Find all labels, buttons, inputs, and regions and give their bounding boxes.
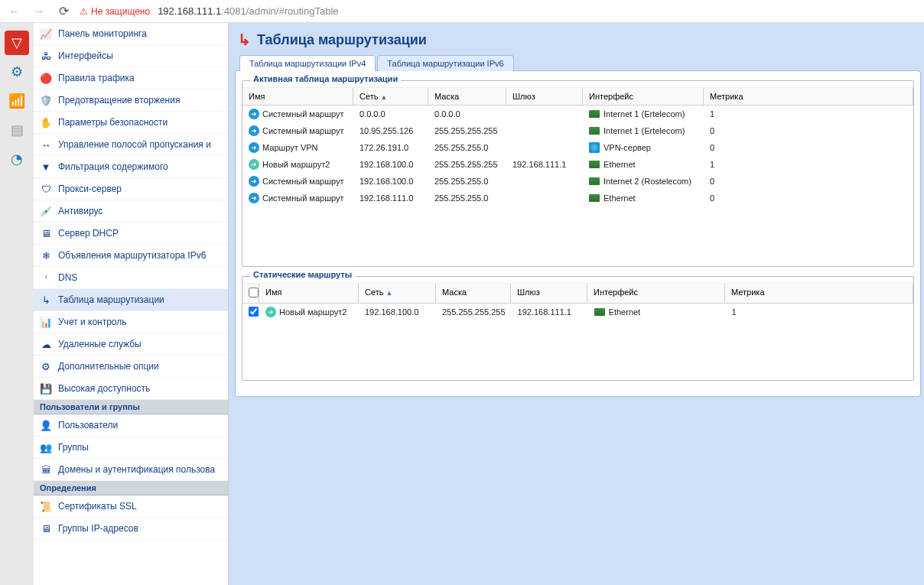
sidebar-item[interactable]: 🖥Группы IP-адресов [34, 518, 228, 540]
cell-interface: Internet 2 (Rostelecom) [604, 177, 691, 186]
col-metric[interactable]: Метрика [704, 88, 913, 105]
cell-mask: 255.255.255.0 [428, 174, 506, 188]
cell-network: 192.168.111.0 [353, 191, 428, 205]
col-interface[interactable]: Интерфейс [583, 88, 704, 105]
menu-icon: 📈 [40, 28, 52, 40]
col-checkbox[interactable] [242, 284, 259, 303]
cell-mask: 0.0.0.0 [428, 107, 506, 121]
browser-bar: ← → ⟳ ⚠ Не защищено 192.168.111.1:4081/a… [0, 0, 924, 23]
sidebar-item[interactable]: ↳Таблица маршрутизации [34, 289, 228, 311]
sidebar-item-label: Домены и аутентификация пользова [58, 464, 215, 475]
sidebar-item[interactable]: ❄Объявления маршрутизатора IPv6 [34, 245, 228, 267]
menu-icon: 💾 [40, 382, 52, 395]
sidebar-item[interactable]: 🖥Сервер DHCP [34, 223, 228, 245]
sidebar-item[interactable]: 💉Антивирус [34, 200, 228, 223]
sidebar-item[interactable]: 🛡Прокси-сервер [34, 178, 228, 200]
sidebar-item-label: Таблица маршрутизации [58, 294, 164, 305]
menu-icon: 🔴 [40, 72, 52, 84]
route-name: Маршрут VPN [262, 143, 318, 152]
col-name[interactable]: Имя [242, 88, 353, 105]
sidebar-item-label: Группы IP-адресов [58, 523, 138, 534]
select-all-checkbox[interactable] [249, 288, 259, 297]
cell-mask: 255.255.255.0 [428, 141, 506, 154]
route-name: Новый маршрут2 [279, 307, 346, 317]
pie-icon[interactable]: ◔ [5, 147, 29, 171]
cell-interface: Ethernet [609, 307, 641, 317]
menu-icon: ⚙ [40, 360, 52, 372]
col-network[interactable]: Сеть▲ [359, 284, 436, 303]
sidebar-item[interactable]: 👤Пользователи [34, 414, 228, 437]
security-indicator[interactable]: ⚠ Не защищено [80, 6, 150, 17]
menu-icon: 🏛 [40, 463, 52, 476]
col-network[interactable]: Сеть▲ [353, 88, 428, 105]
table-row[interactable]: ➜Системный маршрут192.168.111.0255.255.2… [242, 190, 913, 206]
cell-mask: 255.255.255.255 [436, 305, 512, 319]
col-mask[interactable]: Маска [436, 284, 511, 303]
sidebar-item[interactable]: 🔴Правила трафика [34, 67, 228, 89]
reload-button[interactable]: ⟳ [55, 3, 72, 20]
sidebar-item[interactable]: 🏛Домены и аутентификация пользова [34, 459, 228, 481]
sidebar-item[interactable]: ⚙Дополнительные опции [34, 356, 228, 378]
url-bar[interactable]: 192.168.111.1:4081/admin/#routingTable [158, 5, 338, 17]
col-gateway[interactable]: Шлюз [506, 88, 583, 105]
security-label: Не защищено [91, 6, 150, 17]
sidebar-item[interactable]: ✋Параметры безопасности [34, 112, 228, 134]
table-row[interactable]: ➜Маршрут VPN172.26.191.0255.255.255.0VPN… [242, 139, 913, 156]
col-interface[interactable]: Интерфейс [587, 284, 725, 303]
stats-icon[interactable]: 📶 [5, 89, 29, 113]
sidebar-item-label: Высокая доступность [58, 383, 150, 394]
col-name[interactable]: Имя [259, 284, 359, 303]
cell-network: 10.95.255.126 [353, 124, 428, 138]
table-row[interactable]: ➜Системный маршрут192.168.100.0255.255.2… [242, 173, 913, 190]
tab[interactable]: Таблица маршрутизации IPv4 [239, 55, 376, 71]
back-button[interactable]: ← [6, 3, 23, 20]
sidebar-item[interactable]: ☁Удаленные службы [34, 333, 228, 356]
forward-button[interactable]: → [31, 3, 47, 20]
sidebar-item[interactable]: ᶥDNS [34, 267, 228, 289]
document-icon[interactable]: ▤ [5, 118, 29, 142]
sidebar-item[interactable]: ↔Управление полосой пропускания и [34, 134, 228, 156]
tab[interactable]: Таблица маршрутизации IPv6 [377, 55, 513, 71]
sidebar-item-label: Дополнительные опции [58, 361, 159, 372]
sidebar-item[interactable]: 👥Группы [34, 437, 228, 459]
sidebar-item-label: Правила трафика [58, 73, 135, 83]
table-row[interactable]: ➜Системный маршрут10.95.255.126255.255.2… [242, 122, 913, 139]
cell-gateway: 192.168.111.1 [506, 158, 583, 171]
sort-asc-icon: ▲ [380, 93, 387, 101]
menu-icon: 🖥 [40, 522, 52, 535]
cell-network: 192.168.100.0 [353, 158, 428, 171]
cell-gateway [506, 179, 583, 184]
cell-metric: 0 [704, 191, 913, 205]
sidebar-section-defs: Определения [34, 481, 228, 496]
route-type-icon: ➜ [249, 125, 259, 136]
sidebar-item-label: Объявления маршрутизатора IPv6 [58, 250, 206, 261]
settings-icon[interactable]: ⚙ [5, 60, 29, 84]
sidebar-item[interactable]: ▼Фильтрация содержимого [34, 156, 228, 178]
sidebar-section-users: Пользователи и группы [34, 400, 228, 414]
interface-icon [589, 177, 600, 185]
col-mask[interactable]: Маска [428, 88, 506, 105]
cell-interface: Internet 1 (Ertelecom) [604, 126, 685, 135]
table-row[interactable]: ➜Системный маршрут0.0.0.00.0.0.0Internet… [242, 106, 913, 122]
menu-icon: 🖧 [40, 50, 52, 62]
route-name: Системный маршрут [262, 177, 344, 186]
left-icon-column: ▽ ⚙ 📶 ▤ ◔ [0, 23, 34, 585]
col-gateway[interactable]: Шлюз [511, 284, 587, 303]
sidebar-item-label: Антивирус [58, 206, 102, 216]
table-row[interactable]: ➜Новый маршрут2192.168.100.0255.255.255.… [242, 156, 913, 173]
row-checkbox[interactable] [249, 307, 259, 317]
menu-icon: 🛡 [40, 183, 52, 195]
table-row[interactable]: ➜Новый маршрут2192.168.100.0255.255.255.… [242, 304, 913, 320]
sidebar-item[interactable]: 🖧Интерфейсы [34, 45, 228, 67]
sidebar-item[interactable]: 📜Сертификаты SSL [34, 496, 228, 518]
sidebar: 📈Панель мониторинга🖧Интерфейсы🔴Правила т… [34, 23, 229, 585]
sidebar-item[interactable]: 📊Учет и контроль [34, 311, 228, 333]
sidebar-item[interactable]: 🛡️Предотвращение вторжения [34, 89, 228, 112]
cell-metric: 1 [726, 305, 913, 319]
warning-icon: ⚠ [80, 6, 88, 17]
shield-icon[interactable]: ▽ [5, 31, 29, 55]
sidebar-item[interactable]: 💾Высокая доступность [34, 378, 228, 400]
route-type-icon: ➜ [249, 193, 259, 203]
sidebar-item[interactable]: 📈Панель мониторинга [34, 23, 228, 45]
col-metric[interactable]: Метрика [725, 284, 913, 303]
